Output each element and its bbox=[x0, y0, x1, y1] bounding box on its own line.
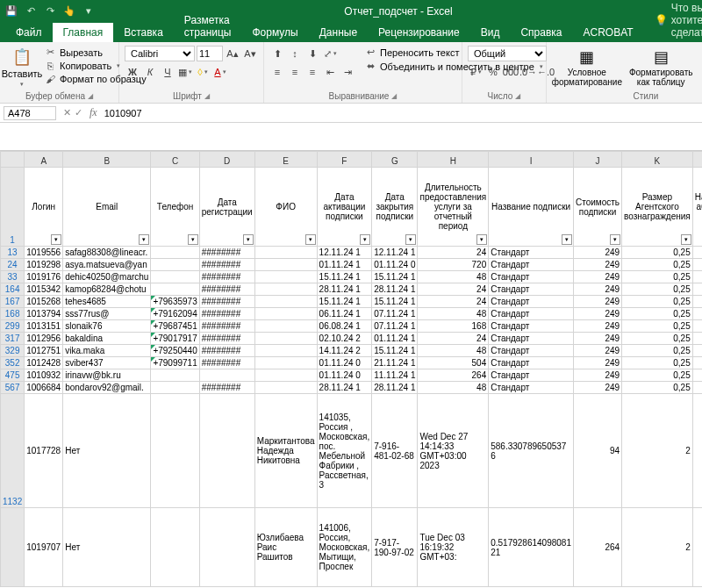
cell[interactable]: Стандарт bbox=[489, 369, 574, 382]
cell[interactable]: ######## bbox=[199, 320, 254, 333]
align-right-icon[interactable]: ≡ bbox=[304, 64, 320, 80]
filter-icon[interactable]: ▾ bbox=[681, 234, 691, 245]
cell[interactable]: 14.11.24 2 bbox=[317, 345, 372, 357]
increase-font-icon[interactable]: A▴ bbox=[225, 46, 240, 61]
row-head[interactable]: 352 bbox=[1, 357, 25, 369]
tab-data[interactable]: Данные bbox=[309, 23, 368, 42]
cell[interactable]: 01.11.24 1 bbox=[372, 333, 418, 345]
cell[interactable]: 12.11.24 1 bbox=[372, 247, 418, 259]
touch-icon[interactable]: 👆 bbox=[63, 5, 75, 18]
cell[interactable]: 24 bbox=[418, 247, 489, 259]
formula-input[interactable] bbox=[101, 107, 702, 119]
clipboard-launcher-icon[interactable]: ◢ bbox=[88, 92, 93, 100]
cell[interactable]: 15.11.24 1 bbox=[372, 296, 418, 308]
row-head[interactable]: 1132 bbox=[1, 394, 25, 508]
cell[interactable]: 249 bbox=[573, 382, 621, 394]
cell[interactable] bbox=[151, 382, 199, 394]
conditional-format-button[interactable]: ▦ Условное форматирование bbox=[552, 46, 622, 89]
cell[interactable] bbox=[254, 308, 317, 320]
cell[interactable]: ######## bbox=[199, 271, 254, 283]
cell[interactable]: 0,25 bbox=[622, 382, 693, 394]
cell[interactable]: 249 bbox=[573, 320, 621, 333]
tab-layout[interactable]: Разметка страницы bbox=[174, 11, 242, 42]
cell[interactable] bbox=[254, 357, 317, 369]
decrease-font-icon[interactable]: A▾ bbox=[242, 46, 258, 61]
format-as-table-button[interactable]: ▤ Форматировать как таблицу bbox=[626, 46, 697, 89]
row-head[interactable]: 299 bbox=[1, 320, 25, 333]
col-A[interactable]: A bbox=[25, 152, 63, 168]
cell[interactable]: 1012956 bbox=[25, 333, 63, 345]
row-head[interactable]: 164 bbox=[1, 283, 25, 296]
cell[interactable]: 0,25 bbox=[622, 271, 693, 283]
italic-icon[interactable]: К bbox=[142, 64, 158, 80]
cell[interactable]: 249 bbox=[573, 283, 621, 296]
col-I[interactable]: I bbox=[489, 152, 574, 168]
hdr-login[interactable]: Логин▾ bbox=[25, 168, 63, 247]
cell[interactable]: 0,25 bbox=[622, 283, 693, 296]
cell[interactable]: ######## bbox=[199, 333, 254, 345]
cell[interactable]: 2 bbox=[622, 508, 693, 587]
cell[interactable]: Стандарт bbox=[489, 283, 574, 296]
increase-decimal-icon[interactable]: .0→ bbox=[520, 64, 536, 80]
cell[interactable]: Маркитантова Надежда Никитовна bbox=[254, 394, 317, 508]
cell[interactable]: Стандарт bbox=[489, 357, 574, 369]
filter-icon[interactable]: ▾ bbox=[188, 234, 198, 245]
cell[interactable]: sviber437 bbox=[63, 357, 151, 369]
cell[interactable]: 1006684 bbox=[25, 382, 63, 394]
underline-icon[interactable]: Ч bbox=[160, 64, 176, 80]
cell[interactable] bbox=[199, 508, 254, 587]
hdr-email[interactable]: Email▾ bbox=[63, 168, 151, 247]
cell[interactable]: 0,25 bbox=[622, 320, 693, 333]
cell[interactable]: +79250440 bbox=[151, 345, 199, 357]
align-middle-icon[interactable]: ↕ bbox=[287, 46, 303, 61]
row-head[interactable]: 33 bbox=[1, 271, 25, 283]
cell[interactable] bbox=[254, 259, 317, 271]
cell[interactable]: 249 bbox=[573, 271, 621, 283]
cell[interactable]: 28.11.24 1 bbox=[317, 283, 372, 296]
select-all-corner[interactable] bbox=[1, 152, 25, 168]
cell[interactable]: ######## bbox=[199, 283, 254, 296]
row-head[interactable]: 317 bbox=[1, 333, 25, 345]
cell[interactable]: 1017728 bbox=[25, 394, 63, 508]
cell[interactable]: 01.11.24 0 bbox=[372, 259, 418, 271]
cell[interactable]: asya.matsueva@yan bbox=[63, 259, 151, 271]
col-L[interactable]: L bbox=[692, 152, 702, 168]
accounting-format-icon[interactable]: ₽ bbox=[468, 64, 484, 80]
font-color-icon[interactable]: A bbox=[212, 64, 228, 80]
cell[interactable]: bakaldina bbox=[63, 333, 151, 345]
font-name-select[interactable]: Calibri bbox=[125, 46, 195, 61]
row-head[interactable]: 13 bbox=[1, 247, 25, 259]
cell[interactable]: 1010932 bbox=[25, 369, 63, 382]
hdr-phone[interactable]: Телефон▾ bbox=[151, 168, 199, 247]
cell[interactable]: 7-916-481-02-68 bbox=[372, 394, 418, 508]
cell[interactable]: 249 bbox=[573, 357, 621, 369]
cell[interactable]: 1012751 bbox=[25, 345, 63, 357]
cell[interactable]: 586.330789650537 6 bbox=[489, 394, 574, 508]
cell[interactable]: 0,25 bbox=[622, 369, 693, 382]
cell[interactable]: Wed Dec 27 14:14:33 GMT+03:00 2023 bbox=[418, 394, 489, 508]
align-left-icon[interactable]: ≡ bbox=[269, 64, 285, 80]
hdr-abonpay[interactable]: Начисленная абонентская плата▾ bbox=[692, 168, 702, 247]
col-E[interactable]: E bbox=[254, 152, 317, 168]
cell[interactable]: 16,6 bbox=[692, 271, 702, 283]
cell[interactable]: Стандарт bbox=[489, 271, 574, 283]
cell[interactable]: 01.11.24 1 bbox=[317, 259, 372, 271]
cell[interactable]: safag88308@lineacr. bbox=[63, 247, 151, 259]
cell[interactable]: 28.11.24 1 bbox=[372, 283, 418, 296]
cell[interactable]: 7-917-190-97-02 bbox=[372, 508, 418, 587]
cell[interactable]: +79017917 bbox=[151, 333, 199, 345]
cell[interactable] bbox=[151, 394, 199, 508]
number-launcher-icon[interactable]: ◢ bbox=[515, 92, 520, 100]
cell[interactable]: 24 bbox=[418, 333, 489, 345]
col-G[interactable]: G bbox=[372, 152, 418, 168]
cell[interactable]: Стандарт bbox=[489, 345, 574, 357]
hdr-cost[interactable]: Стоимость подписки▾ bbox=[573, 168, 621, 247]
cell[interactable]: 1015268 bbox=[25, 296, 63, 308]
col-B[interactable]: B bbox=[63, 152, 151, 168]
cell[interactable] bbox=[254, 271, 317, 283]
cell[interactable] bbox=[254, 283, 317, 296]
cell[interactable]: 07.11.24 1 bbox=[372, 320, 418, 333]
row-head[interactable]: 24 bbox=[1, 259, 25, 271]
cell[interactable]: Стандарт bbox=[489, 296, 574, 308]
tab-acrobat[interactable]: ACROBAT bbox=[573, 23, 644, 42]
